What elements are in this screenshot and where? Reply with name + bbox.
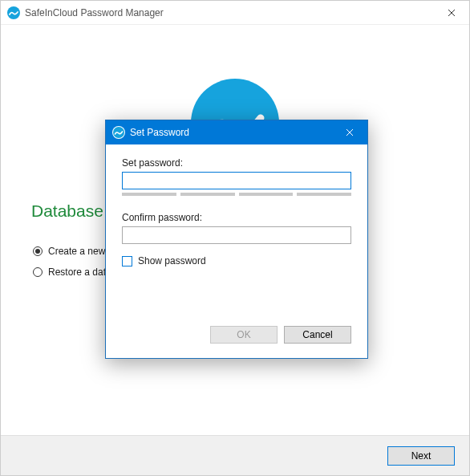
window-close-button[interactable]: [434, 1, 469, 24]
cancel-button[interactable]: Cancel: [284, 326, 351, 344]
password-strength-meter: [122, 193, 351, 196]
dialog-title: Set Password: [130, 127, 332, 138]
next-button[interactable]: Next: [387, 446, 455, 466]
ok-button: OK: [210, 326, 278, 344]
dialog-close-button[interactable]: [332, 120, 367, 144]
confirm-password-label: Confirm password:: [122, 212, 351, 223]
app-icon: [7, 6, 20, 19]
set-password-dialog: Set Password Set password: Confirm passw…: [105, 120, 368, 359]
main-titlebar: SafeInCloud Password Manager: [1, 1, 469, 25]
radio-indicator-unchecked: [33, 267, 43, 277]
confirm-password-input[interactable]: [122, 226, 351, 244]
radio-indicator-checked: [33, 246, 43, 256]
wizard-footer: Next: [1, 435, 469, 475]
set-password-label: Set password:: [122, 157, 351, 169]
show-password-label: Show password: [138, 255, 206, 266]
show-password-checkbox[interactable]: Show password: [122, 255, 351, 266]
window-title: SafeInCloud Password Manager: [25, 7, 434, 18]
dialog-titlebar: Set Password: [106, 120, 367, 144]
checkbox-box: [122, 256, 132, 266]
set-password-input[interactable]: [122, 172, 351, 189]
app-icon: [112, 126, 125, 139]
